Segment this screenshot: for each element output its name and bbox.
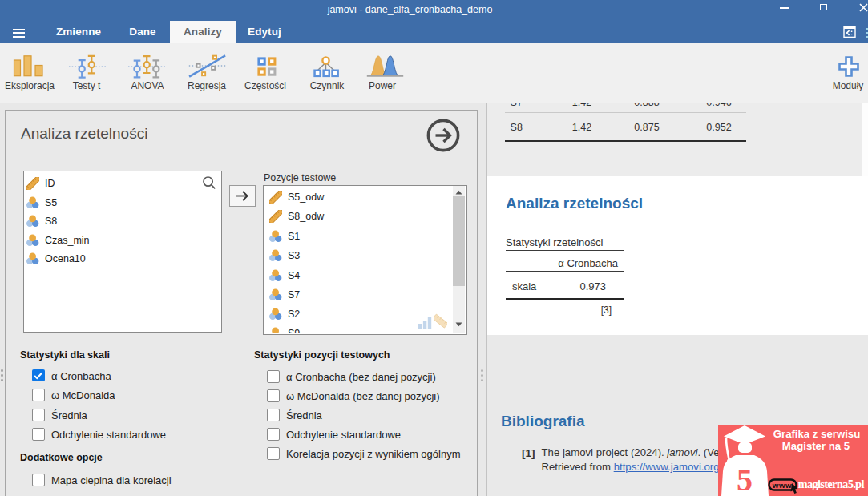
- svg-text:5: 5: [737, 462, 753, 496]
- svg-text:Grafika z serwisu: Grafika z serwisu: [773, 428, 860, 440]
- svg-text:www: www: [772, 481, 792, 490]
- svg-text:magisterna5.pl: magisterna5.pl: [798, 478, 865, 490]
- svg-text:Magister na 5: Magister na 5: [782, 440, 850, 452]
